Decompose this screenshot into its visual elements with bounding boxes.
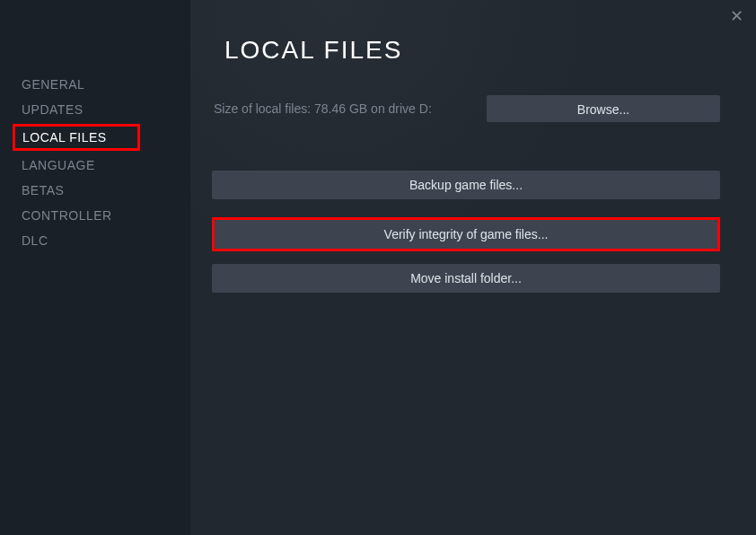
backup-button[interactable]: Backup game files... <box>212 171 720 199</box>
sidebar-item-label: GENERAL <box>22 77 84 92</box>
close-button[interactable]: ✕ <box>725 5 747 27</box>
sidebar-item-betas[interactable]: BETAS <box>0 178 190 203</box>
sidebar-item-label: BETAS <box>22 183 64 197</box>
sidebar-item-updates[interactable]: UPDATES <box>0 97 190 122</box>
verify-integrity-button[interactable]: Verify integrity of game files... <box>215 220 717 249</box>
sidebar-item-label: LOCAL FILES <box>22 130 107 145</box>
close-icon: ✕ <box>730 6 743 26</box>
sidebar-item-language[interactable]: LANGUAGE <box>0 153 190 178</box>
sidebar-item-local-files[interactable]: LOCAL FILES <box>13 124 140 151</box>
sidebar-item-label: UPDATES <box>22 102 84 117</box>
page-title: LOCAL FILES <box>224 36 720 65</box>
properties-window: GENERAL UPDATES LOCAL FILES LANGUAGE BET… <box>0 0 756 535</box>
browse-button[interactable]: Browse... <box>487 95 720 122</box>
sidebar-item-label: LANGUAGE <box>22 158 95 172</box>
sidebar-item-label: DLC <box>22 233 48 248</box>
sidebar-item-controller[interactable]: CONTROLLER <box>0 203 190 228</box>
size-info-row: Size of local files: 78.46 GB on drive D… <box>212 95 720 122</box>
actions-group: Backup game files... Verify integrity of… <box>212 171 720 311</box>
main-panel: ✕ LOCAL FILES Size of local files: 78.46… <box>190 0 756 535</box>
sidebar-item-dlc[interactable]: DLC <box>0 228 190 253</box>
size-info-text: Size of local files: 78.46 GB on drive D… <box>214 101 432 116</box>
move-folder-button[interactable]: Move install folder... <box>212 264 720 293</box>
sidebar: GENERAL UPDATES LOCAL FILES LANGUAGE BET… <box>0 0 190 535</box>
sidebar-item-general[interactable]: GENERAL <box>0 72 190 97</box>
sidebar-item-label: CONTROLLER <box>22 208 112 223</box>
verify-highlight: Verify integrity of game files... <box>212 217 720 251</box>
